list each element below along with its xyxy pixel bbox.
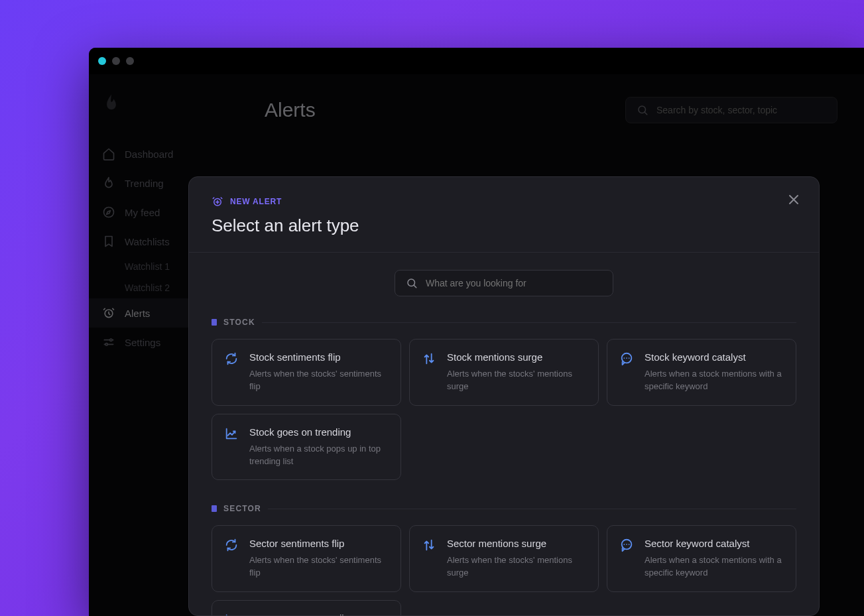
card-desc: Alerts when the stocks' mentions surge <box>447 368 586 393</box>
window-control-close[interactable] <box>98 57 106 65</box>
alert-type-search-input[interactable] <box>426 278 602 288</box>
card-desc: Alerts when a stock mentions with a spec… <box>645 368 784 393</box>
modal-body: STOCK Stock sentiments flip Alerts when … <box>189 253 819 616</box>
arrow-up-down-icon <box>422 351 436 366</box>
window-control-maximize[interactable] <box>126 57 134 65</box>
alert-card-stock-sentiments-flip[interactable]: Stock sentiments flip Alerts when the st… <box>212 339 401 406</box>
card-title: Stock sentiments flip <box>249 351 389 363</box>
section-badge-icon <box>212 505 217 512</box>
modal-eyebrow: NEW ALERT <box>212 196 796 208</box>
refresh-icon <box>224 351 239 366</box>
refresh-icon <box>224 538 239 552</box>
modal-title: Select an alert type <box>212 216 796 236</box>
card-desc: Alerts when the stocks' sentiments flip <box>249 554 389 580</box>
section-sector-label: SECTOR <box>212 504 796 513</box>
card-desc: Alerts when the stocks' sentiments flip <box>249 368 389 393</box>
section-divider <box>262 322 796 323</box>
card-title: Sector keyword catalyst <box>645 538 784 549</box>
search-icon <box>406 277 418 289</box>
section-text: STOCK <box>223 318 255 327</box>
eyebrow-text: NEW ALERT <box>230 197 282 206</box>
alert-card-stock-keyword-catalyst[interactable]: Stock keyword catalyst Alerts when a sto… <box>607 339 796 406</box>
chat-icon <box>619 538 634 552</box>
alert-card-stock-mentions-surge[interactable]: Stock mentions surge Alerts when the sto… <box>409 339 599 406</box>
section-text: SECTOR <box>223 504 261 513</box>
chart-up-icon <box>224 426 239 441</box>
section-divider <box>268 509 796 509</box>
alert-card-sector-keyword-catalyst[interactable]: Sector keyword catalyst Alerts when a st… <box>607 525 796 592</box>
card-title: Sector goes on trending <box>249 613 389 616</box>
alert-card-sector-trending[interactable]: Sector goes on trending Alerts when a st… <box>212 600 401 616</box>
modal-close-button[interactable] <box>786 192 802 208</box>
alarm-plus-icon <box>212 196 223 208</box>
stock-card-grid: Stock sentiments flip Alerts when the st… <box>212 339 796 480</box>
card-title: Stock keyword catalyst <box>645 351 784 363</box>
new-alert-modal: NEW ALERT Select an alert type STOCK <box>188 176 820 616</box>
arrow-up-down-icon <box>422 538 436 552</box>
card-title: Sector mentions surge <box>447 538 586 549</box>
section-badge-icon <box>212 319 217 326</box>
alert-card-sector-mentions-surge[interactable]: Sector mentions surge Alerts when the st… <box>409 525 599 592</box>
alert-type-search[interactable] <box>395 270 613 296</box>
alert-card-stock-trending[interactable]: Stock goes on trending Alerts when a sto… <box>212 414 401 481</box>
window-control-minimize[interactable] <box>112 57 120 65</box>
close-icon <box>786 192 802 208</box>
card-title: Stock mentions surge <box>447 351 586 363</box>
chart-up-icon <box>224 613 239 616</box>
window-titlebar <box>89 48 864 74</box>
modal-header: NEW ALERT Select an alert type <box>189 177 819 253</box>
card-title: Sector sentiments flip <box>249 538 389 549</box>
app-window: Dashboard Trending My feed Watchlists Wa… <box>89 48 864 616</box>
card-desc: Alerts when a stock mentions with a spec… <box>645 554 784 580</box>
chat-icon <box>619 351 634 366</box>
sector-card-grid: Sector sentiments flip Alerts when the s… <box>212 525 796 616</box>
alert-card-sector-sentiments-flip[interactable]: Sector sentiments flip Alerts when the s… <box>212 525 401 592</box>
section-stock-label: STOCK <box>212 318 796 327</box>
card-desc: Alerts when a stock pops up in top trend… <box>249 443 389 468</box>
card-desc: Alerts when the stocks' mentions surge <box>447 554 586 580</box>
card-title: Stock goes on trending <box>249 426 389 438</box>
